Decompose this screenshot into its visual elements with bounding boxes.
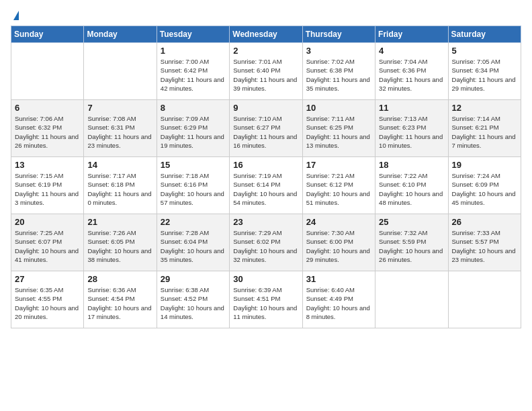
calendar-cell: 27Sunrise: 6:35 AMSunset: 4:55 PMDayligh… <box>11 271 84 328</box>
calendar-cell: 11Sunrise: 7:13 AMSunset: 6:23 PMDayligh… <box>375 100 448 157</box>
day-number: 12 <box>452 103 517 113</box>
calendar-cell: 3Sunrise: 7:02 AMSunset: 6:38 PMDaylight… <box>302 43 375 100</box>
day-info: Sunrise: 7:21 AMSunset: 6:12 PMDaylight:… <box>306 171 371 207</box>
day-number: 10 <box>306 103 371 113</box>
day-number: 31 <box>306 274 371 284</box>
day-number: 15 <box>161 160 226 170</box>
day-info: Sunrise: 7:17 AMSunset: 6:18 PMDaylight:… <box>87 171 152 207</box>
day-info: Sunrise: 7:19 AMSunset: 6:14 PMDaylight:… <box>233 171 298 207</box>
calendar-cell: 15Sunrise: 7:18 AMSunset: 6:16 PMDayligh… <box>157 157 229 214</box>
page-header <box>11 11 521 17</box>
calendar-cell: 2Sunrise: 7:01 AMSunset: 6:40 PMDaylight… <box>230 43 302 100</box>
day-number: 7 <box>87 103 152 113</box>
weekday-header-thursday: Thursday <box>302 26 375 43</box>
day-info: Sunrise: 7:26 AMSunset: 6:05 PMDaylight:… <box>87 228 152 264</box>
day-number: 9 <box>233 103 298 113</box>
calendar-cell: 30Sunrise: 6:39 AMSunset: 4:51 PMDayligh… <box>230 271 302 328</box>
weekday-header-row: SundayMondayTuesdayWednesdayThursdayFrid… <box>11 26 521 43</box>
weekday-header-wednesday: Wednesday <box>230 26 302 43</box>
calendar-cell: 10Sunrise: 7:11 AMSunset: 6:25 PMDayligh… <box>302 100 375 157</box>
calendar-cell: 5Sunrise: 7:05 AMSunset: 6:34 PMDaylight… <box>448 43 521 100</box>
calendar-cell: 12Sunrise: 7:14 AMSunset: 6:21 PMDayligh… <box>448 100 521 157</box>
day-info: Sunrise: 6:39 AMSunset: 4:51 PMDaylight:… <box>233 285 298 321</box>
day-info: Sunrise: 7:09 AMSunset: 6:29 PMDaylight:… <box>161 114 226 150</box>
day-number: 26 <box>452 217 517 227</box>
calendar-cell: 17Sunrise: 7:21 AMSunset: 6:12 PMDayligh… <box>302 157 375 214</box>
day-info: Sunrise: 7:13 AMSunset: 6:23 PMDaylight:… <box>379 114 444 150</box>
calendar-cell: 24Sunrise: 7:30 AMSunset: 6:00 PMDayligh… <box>302 214 375 271</box>
day-info: Sunrise: 7:04 AMSunset: 6:36 PMDaylight:… <box>379 57 444 93</box>
calendar-cell: 4Sunrise: 7:04 AMSunset: 6:36 PMDaylight… <box>375 43 448 100</box>
day-number: 3 <box>306 46 371 56</box>
calendar-cell: 18Sunrise: 7:22 AMSunset: 6:10 PMDayligh… <box>375 157 448 214</box>
day-info: Sunrise: 7:32 AMSunset: 5:59 PMDaylight:… <box>379 228 444 264</box>
calendar-cell: 22Sunrise: 7:28 AMSunset: 6:04 PMDayligh… <box>157 214 229 271</box>
day-number: 18 <box>379 160 444 170</box>
day-info: Sunrise: 7:22 AMSunset: 6:10 PMDaylight:… <box>379 171 444 207</box>
day-info: Sunrise: 7:10 AMSunset: 6:27 PMDaylight:… <box>233 114 298 150</box>
weekday-header-saturday: Saturday <box>448 26 521 43</box>
calendar-cell: 25Sunrise: 7:32 AMSunset: 5:59 PMDayligh… <box>375 214 448 271</box>
calendar-cell: 28Sunrise: 6:36 AMSunset: 4:54 PMDayligh… <box>84 271 157 328</box>
day-info: Sunrise: 7:08 AMSunset: 6:31 PMDaylight:… <box>87 114 152 150</box>
day-number: 5 <box>452 46 517 56</box>
day-number: 19 <box>452 160 517 170</box>
calendar-table: SundayMondayTuesdayWednesdayThursdayFrid… <box>11 26 521 328</box>
weekday-header-monday: Monday <box>84 26 157 43</box>
calendar-cell: 19Sunrise: 7:24 AMSunset: 6:09 PMDayligh… <box>448 157 521 214</box>
logo <box>11 11 19 17</box>
day-info: Sunrise: 7:29 AMSunset: 6:02 PMDaylight:… <box>233 228 298 264</box>
calendar-cell <box>84 43 157 100</box>
day-info: Sunrise: 6:38 AMSunset: 4:52 PMDaylight:… <box>161 285 226 321</box>
day-info: Sunrise: 7:30 AMSunset: 6:00 PMDaylight:… <box>306 228 371 264</box>
day-number: 8 <box>161 103 226 113</box>
weekday-header-sunday: Sunday <box>11 26 84 43</box>
logo-text <box>11 11 19 20</box>
day-info: Sunrise: 7:24 AMSunset: 6:09 PMDaylight:… <box>452 171 517 207</box>
calendar-cell: 23Sunrise: 7:29 AMSunset: 6:02 PMDayligh… <box>230 214 302 271</box>
day-number: 29 <box>161 274 226 284</box>
day-info: Sunrise: 7:33 AMSunset: 5:57 PMDaylight:… <box>452 228 517 264</box>
calendar-week-4: 20Sunrise: 7:25 AMSunset: 6:07 PMDayligh… <box>11 214 521 271</box>
calendar-week-5: 27Sunrise: 6:35 AMSunset: 4:55 PMDayligh… <box>11 271 521 328</box>
calendar-cell: 29Sunrise: 6:38 AMSunset: 4:52 PMDayligh… <box>157 271 229 328</box>
calendar-cell <box>448 271 521 328</box>
calendar-cell: 6Sunrise: 7:06 AMSunset: 6:32 PMDaylight… <box>11 100 84 157</box>
day-info: Sunrise: 7:15 AMSunset: 6:19 PMDaylight:… <box>15 171 80 207</box>
day-number: 4 <box>379 46 444 56</box>
weekday-header-tuesday: Tuesday <box>157 26 229 43</box>
weekday-header-friday: Friday <box>375 26 448 43</box>
day-info: Sunrise: 7:05 AMSunset: 6:34 PMDaylight:… <box>452 57 517 93</box>
day-info: Sunrise: 7:06 AMSunset: 6:32 PMDaylight:… <box>15 114 80 150</box>
calendar-cell: 7Sunrise: 7:08 AMSunset: 6:31 PMDaylight… <box>84 100 157 157</box>
day-number: 25 <box>379 217 444 227</box>
day-info: Sunrise: 7:00 AMSunset: 6:42 PMDaylight:… <box>161 57 226 93</box>
day-number: 20 <box>15 217 80 227</box>
calendar-cell: 13Sunrise: 7:15 AMSunset: 6:19 PMDayligh… <box>11 157 84 214</box>
day-info: Sunrise: 7:11 AMSunset: 6:25 PMDaylight:… <box>306 114 371 150</box>
calendar-cell: 21Sunrise: 7:26 AMSunset: 6:05 PMDayligh… <box>84 214 157 271</box>
calendar-cell: 26Sunrise: 7:33 AMSunset: 5:57 PMDayligh… <box>448 214 521 271</box>
day-info: Sunrise: 7:01 AMSunset: 6:40 PMDaylight:… <box>233 57 298 93</box>
day-number: 24 <box>306 217 371 227</box>
day-number: 13 <box>15 160 80 170</box>
day-number: 17 <box>306 160 371 170</box>
day-number: 21 <box>87 217 152 227</box>
day-info: Sunrise: 7:28 AMSunset: 6:04 PMDaylight:… <box>161 228 226 264</box>
calendar-cell <box>375 271 448 328</box>
day-number: 11 <box>379 103 444 113</box>
day-info: Sunrise: 7:25 AMSunset: 6:07 PMDaylight:… <box>15 228 80 264</box>
calendar-cell <box>11 43 84 100</box>
calendar-cell: 9Sunrise: 7:10 AMSunset: 6:27 PMDaylight… <box>230 100 302 157</box>
day-number: 30 <box>233 274 298 284</box>
day-number: 14 <box>87 160 152 170</box>
day-number: 6 <box>15 103 80 113</box>
day-info: Sunrise: 7:18 AMSunset: 6:16 PMDaylight:… <box>161 171 226 207</box>
calendar-cell: 1Sunrise: 7:00 AMSunset: 6:42 PMDaylight… <box>157 43 229 100</box>
calendar-cell: 16Sunrise: 7:19 AMSunset: 6:14 PMDayligh… <box>230 157 302 214</box>
day-number: 2 <box>233 46 298 56</box>
calendar-cell: 14Sunrise: 7:17 AMSunset: 6:18 PMDayligh… <box>84 157 157 214</box>
day-info: Sunrise: 7:14 AMSunset: 6:21 PMDaylight:… <box>452 114 517 150</box>
calendar-week-2: 6Sunrise: 7:06 AMSunset: 6:32 PMDaylight… <box>11 100 521 157</box>
logo-triangle-icon <box>13 11 19 20</box>
